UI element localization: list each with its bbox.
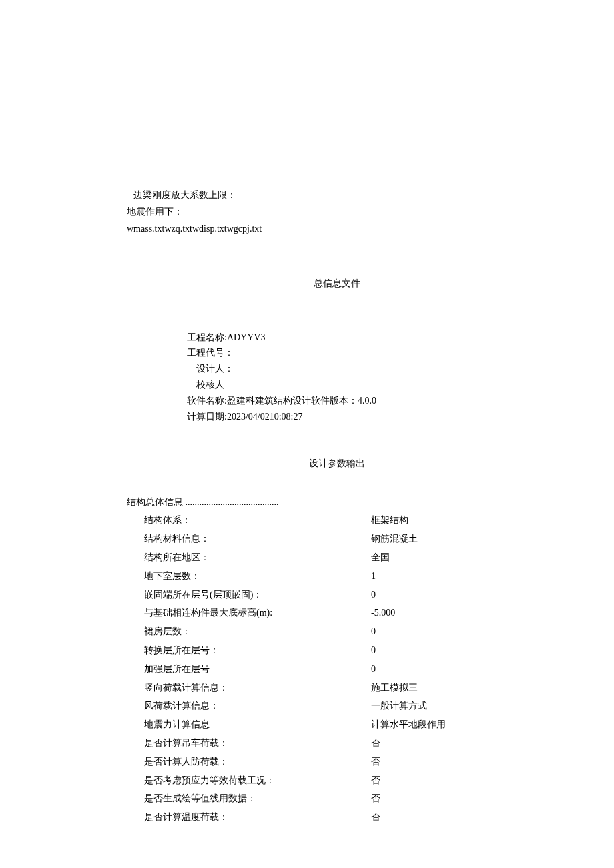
title-general-info: 总信息文件 [127,278,547,290]
table-row: 裙房层数：0 [127,622,547,641]
date-value: 2023/04/0210:08:27 [227,412,303,422]
table-row: 嵌固端所在层号(层顶嵌固)：0 [127,586,547,604]
table-row: 竖向荷载计算信息：施工模拟三 [127,679,547,697]
param-value: 否 [371,734,547,753]
table-row: 结构所在地区：全国 [127,548,547,567]
table-row: 是否计算吊车荷载：否 [127,734,547,753]
checker-row: 校核人 [187,377,547,393]
table-row: 加强层所在层号0 [127,660,547,679]
date-row: 计算日期:2023/04/0210:08:27 [187,409,547,425]
param-value: 计算水平地段作用 [371,715,547,734]
project-name-row: 工程名称:ADYYV3 [187,330,547,346]
table-row: 结构体系：框架结构 [127,511,547,530]
params-table: 结构体系：框架结构 结构材料信息：钢筋混凝土 结构所在地区：全国 地下室层数：1… [127,511,547,827]
param-value: 否 [371,808,547,827]
param-label: 风荷载计算信息： [127,697,371,715]
table-row: 是否计算人防荷载：否 [127,753,547,771]
table-row: 是否生成绘等值线用数据：否 [127,789,547,808]
param-label: 结构所在地区： [127,548,371,567]
document-page: 边梁刚度放大系数上限： 地震作用下： wmass.txtwzq.txtwdisp… [0,0,614,868]
param-label: 裙房层数： [127,622,371,641]
param-label: 地震力计算信息 [127,715,371,734]
header-line-1: 边梁刚度放大系数上限： [127,187,547,203]
date-label: 计算日期: [187,412,227,422]
table-row: 地震力计算信息计算水平地段作用 [127,715,547,734]
designer-row: 设计人： [187,361,547,377]
software-label: 软件名称: [187,396,227,406]
software-value: 盈建科建筑结构设计软件版本：4.0.0 [227,396,376,406]
param-value: 0 [371,660,547,679]
param-value: 否 [371,789,547,808]
param-label: 是否考虑预应力等效荷载工况： [127,771,371,790]
project-code-row: 工程代号： [187,345,547,361]
param-value: 钢筋混凝土 [371,530,547,548]
project-name-value: ADYYV3 [227,332,266,342]
table-row: 是否考虑预应力等效荷载工况：否 [127,771,547,790]
header-block: 边梁刚度放大系数上限： 地震作用下： wmass.txtwzq.txtwdisp… [127,187,547,238]
param-label: 是否计算吊车荷载： [127,734,371,753]
param-value: 全国 [371,548,547,567]
param-value: 施工模拟三 [371,679,547,697]
param-label: 加强层所在层号 [127,660,371,679]
software-row: 软件名称:盈建科建筑结构设计软件版本：4.0.0 [187,393,547,409]
section-header-label: 结构总体信息 [127,497,279,507]
param-label: 地下室层数： [127,567,371,586]
param-value: 0 [371,641,547,660]
param-label: 转换层所在层号： [127,641,371,660]
table-row: 转换层所在层号：0 [127,641,547,660]
table-row: 结构材料信息：钢筋混凝土 [127,530,547,548]
param-label: 结构材料信息： [127,530,371,548]
param-value: 1 [371,567,547,586]
param-label: 嵌固端所在层号(层顶嵌固)： [127,586,371,604]
param-label: 与基础相连构件最大底标高(m): [127,604,371,622]
project-info-block: 工程名称:ADYYV3 工程代号： 设计人： 校核人 软件名称:盈建科建筑结构设… [127,330,547,425]
table-row: 是否计算温度荷载：否 [127,808,547,827]
header-line-3: wmass.txtwzq.txtwdisp.txtwgcpj.txt [127,220,547,237]
table-row: 与基础相连构件最大底标高(m):-5.000 [127,604,547,622]
header-line-2: 地震作用下： [127,203,547,220]
param-label: 竖向荷载计算信息： [127,679,371,697]
param-value: 框架结构 [371,511,547,530]
param-label: 是否生成绘等值线用数据： [127,789,371,808]
param-label: 是否计算温度荷载： [127,808,371,827]
title-design-params: 设计参数输出 [127,458,547,470]
param-value: 一般计算方式 [371,697,547,715]
param-value: 0 [371,586,547,604]
param-value: 0 [371,622,547,641]
param-value: 否 [371,753,547,771]
param-value: 否 [371,771,547,790]
table-row: 地下室层数：1 [127,567,547,586]
params-tbody: 结构体系：框架结构 结构材料信息：钢筋混凝土 结构所在地区：全国 地下室层数：1… [127,511,547,827]
param-label: 结构体系： [127,511,371,530]
table-row: 风荷载计算信息：一般计算方式 [127,697,547,715]
param-label: 是否计算人防荷载： [127,753,371,771]
param-value: -5.000 [371,604,547,622]
section-header-structure-info: 结构总体信息 [127,496,547,508]
project-name-label: 工程名称: [187,332,227,342]
